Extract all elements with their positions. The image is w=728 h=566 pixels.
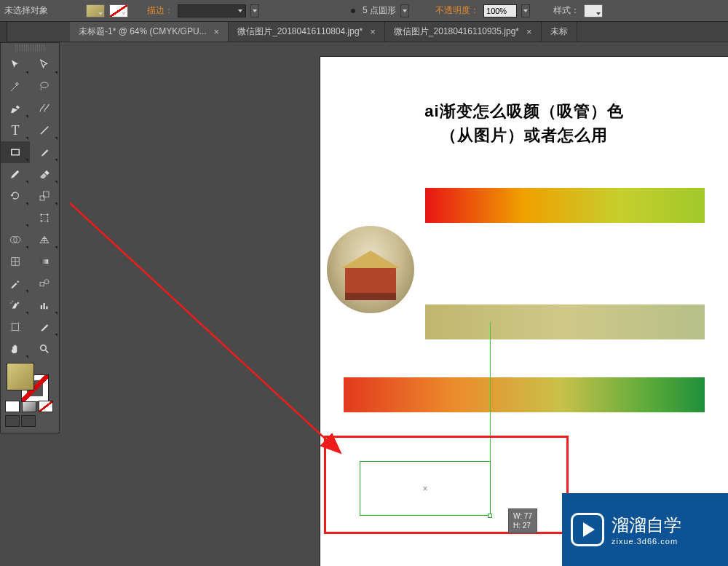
svg-point-7: [47, 213, 48, 215]
watermark: 溜溜自学 zixue.3d66.com: [562, 493, 728, 566]
svg-rect-2: [12, 149, 20, 155]
dimension-tooltip: W: 77 H: 27: [508, 508, 537, 533]
color-mode-solid[interactable]: [5, 401, 20, 412]
title-line-2: （从图片）或者怎么用: [320, 123, 728, 147]
gradient-bar-3: [344, 377, 705, 412]
opacity-input[interactable]: [483, 4, 517, 17]
height-readout: H: 27: [513, 521, 532, 530]
style-swatch[interactable]: [584, 4, 603, 17]
eyedropper-tool[interactable]: [1, 272, 30, 294]
svg-rect-19: [44, 303, 45, 309]
opacity-dropdown[interactable]: [521, 4, 530, 17]
svg-point-16: [10, 302, 12, 304]
stroke-dropdown[interactable]: [250, 4, 259, 17]
artboard-tool[interactable]: [1, 316, 30, 338]
free-transform-tool[interactable]: [30, 207, 59, 229]
svg-rect-13: [41, 259, 49, 264]
mesh-tool[interactable]: [1, 251, 30, 272]
close-icon[interactable]: ×: [214, 26, 220, 37]
brush-profile[interactable]: 5 点圆形: [363, 4, 396, 17]
magic-wand-tool[interactable]: [1, 76, 30, 98]
artwork-title: ai渐变怎么吸颜（吸管）色 （从图片）或者怎么用: [320, 99, 728, 147]
blend-tool[interactable]: [30, 272, 59, 294]
svg-point-22: [41, 345, 47, 351]
svg-rect-14: [40, 283, 44, 286]
slice-tool[interactable]: [30, 316, 59, 338]
shape-builder-tool[interactable]: [1, 229, 30, 251]
hand-tool[interactable]: [1, 338, 30, 360]
svg-rect-21: [12, 324, 19, 331]
close-icon[interactable]: ×: [370, 26, 376, 37]
column-graph-tool[interactable]: [30, 294, 59, 316]
tab-label: 微信图片_20180416110804.jpg*: [237, 25, 363, 38]
drag-handle-icon: [488, 514, 492, 518]
watermark-brand: 溜溜自学: [612, 514, 681, 537]
tab-label: 未标题-1* @ 64% (CMYK/GPU...: [79, 25, 207, 38]
tab-1[interactable]: 微信图片_20180416110804.jpg* ×: [229, 22, 385, 42]
line-segment-tool[interactable]: [30, 119, 59, 141]
scale-tool[interactable]: [30, 185, 59, 207]
pencil-tool[interactable]: [1, 163, 30, 185]
dock-panel-stub[interactable]: [0, 22, 7, 42]
svg-point-0: [41, 82, 49, 88]
paintbrush-tool[interactable]: [30, 141, 59, 163]
stroke-weight-input[interactable]: [178, 4, 246, 17]
close-icon[interactable]: ×: [526, 26, 532, 37]
tab-label: 未标: [550, 25, 568, 38]
pen-tool[interactable]: [1, 98, 30, 119]
type-tool[interactable]: T: [1, 119, 30, 141]
zoom-tool[interactable]: [30, 338, 59, 360]
style-label: 样式：: [553, 4, 579, 17]
document-tab-bar: 未标题-1* @ 64% (CMYK/GPU... × 微信图片_2018041…: [0, 22, 728, 42]
toolbox-grip[interactable]: [15, 44, 44, 52]
svg-point-9: [47, 220, 48, 221]
rotate-tool[interactable]: [1, 185, 30, 207]
gradient-bar-1: [425, 188, 705, 223]
tab-label: 微信图片_20180416110935.jpg*: [394, 25, 519, 38]
symbol-sprayer-tool[interactable]: [1, 294, 30, 316]
screen-mode-row: [1, 414, 59, 428]
title-line-1: ai渐变怎么吸颜（吸管）色: [320, 99, 728, 123]
color-mode-gradient[interactable]: [22, 401, 36, 412]
direct-selection-tool[interactable]: [30, 54, 59, 76]
svg-rect-5: [41, 215, 48, 221]
svg-point-17: [12, 301, 14, 302]
brush-dot-icon: [351, 9, 355, 13]
perspective-grid-tool[interactable]: [30, 229, 59, 251]
artboard: ai渐变怎么吸颜（吸管）色 （从图片）或者怎么用 W: 77 H: 27: [320, 57, 728, 566]
svg-line-23: [46, 350, 49, 353]
screen-mode-full[interactable]: [21, 415, 36, 427]
fill-swatch[interactable]: [86, 4, 105, 17]
selection-status: 未选择对象: [4, 4, 48, 17]
svg-rect-3: [40, 196, 44, 200]
sample-image-circle: [327, 226, 414, 313]
canvas-area[interactable]: ai渐变怎么吸颜（吸管）色 （从图片）或者怎么用 W: 77 H: 27: [70, 42, 728, 566]
svg-point-15: [44, 280, 49, 284]
width-tool[interactable]: [1, 207, 30, 229]
stroke-swatch[interactable]: [109, 4, 128, 17]
lasso-tool[interactable]: [30, 76, 59, 98]
svg-rect-18: [41, 305, 42, 309]
building-icon: [345, 267, 396, 300]
tab-2[interactable]: 微信图片_20180416110935.jpg* ×: [385, 22, 542, 42]
gradient-tool[interactable]: [30, 251, 59, 272]
fill-color[interactable]: [7, 363, 34, 390]
svg-point-8: [40, 220, 41, 221]
tab-3[interactable]: 未标: [542, 22, 577, 42]
opacity-label: 不透明度：: [435, 4, 479, 17]
rectangle-tool[interactable]: [1, 141, 30, 163]
control-bar: 未选择对象 描边： 5 点圆形 不透明度： 样式：: [0, 0, 728, 22]
svg-point-6: [40, 213, 41, 215]
curvature-tool[interactable]: [30, 98, 59, 119]
screen-mode-normal[interactable]: [5, 415, 20, 427]
eraser-tool[interactable]: [30, 163, 59, 185]
new-rectangle-being-drawn[interactable]: [360, 461, 491, 516]
color-mode-none[interactable]: [39, 401, 53, 412]
selection-tool[interactable]: [1, 54, 30, 76]
fill-stroke-area[interactable]: [1, 360, 59, 399]
stroke-label: 描边：: [147, 4, 173, 17]
svg-line-24: [70, 175, 339, 452]
width-readout: W: 77: [513, 511, 532, 521]
tab-0[interactable]: 未标题-1* @ 64% (CMYK/GPU... ×: [70, 22, 229, 42]
brush-profile-dropdown[interactable]: [400, 4, 409, 17]
